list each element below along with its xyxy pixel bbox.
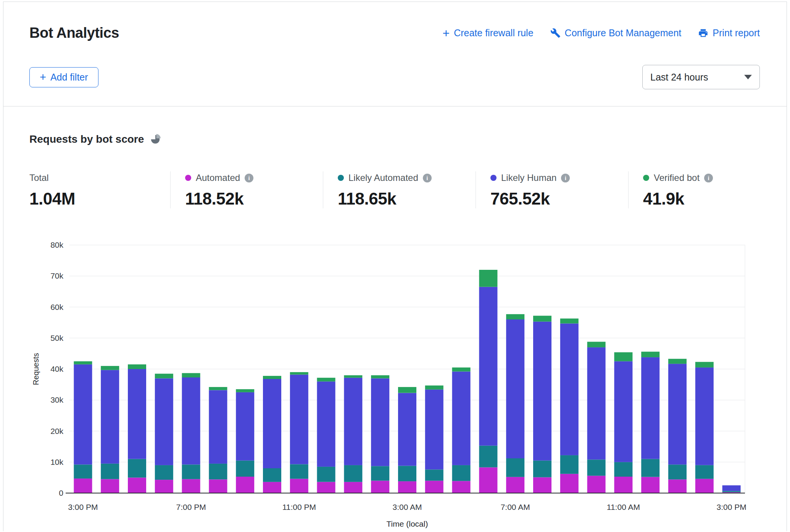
svg-text:0: 0 [59, 488, 63, 497]
info-icon[interactable] [423, 174, 432, 182]
configure-bot-management-link[interactable]: Configure Bot Management [550, 27, 682, 39]
info-icon[interactable] [704, 174, 713, 182]
stat-likely-human-value: 765.52k [490, 189, 628, 208]
likely-human-legend-dot [490, 175, 497, 181]
configure-bot-management-label: Configure Bot Management [565, 27, 682, 39]
stat-verified-bot-value: 41.9k [643, 189, 713, 208]
svg-text:80k: 80k [50, 240, 63, 249]
stat-likely-automated-label: Likely Automated [348, 172, 418, 183]
svg-text:7:00 AM: 7:00 AM [501, 503, 530, 511]
svg-text:50k: 50k [50, 334, 63, 342]
header-actions: Create firewall rule Configure Bot Manag… [442, 27, 760, 39]
stat-likely-automated: Likely Automated 118.65k [323, 171, 476, 208]
stat-likely-automated-value: 118.65k [338, 189, 476, 208]
info-icon[interactable] [561, 174, 570, 182]
section-title: Requests by bot score [29, 133, 144, 145]
svg-text:70k: 70k [50, 271, 63, 280]
svg-text:3:00 PM: 3:00 PM [68, 503, 98, 511]
stat-total: Total 1.04M [29, 171, 171, 208]
svg-text:Requests: Requests [32, 353, 40, 385]
svg-text:20k: 20k [50, 427, 63, 435]
svg-text:3:00 AM: 3:00 AM [392, 503, 422, 511]
print-report-label: Print report [713, 27, 760, 39]
stat-verified-bot-label: Verified bot [654, 172, 700, 183]
info-icon[interactable] [245, 174, 253, 182]
stats-row: Total 1.04M Automated 118.52k Likely Aut… [29, 171, 760, 208]
svg-text:3:00 PM: 3:00 PM [716, 503, 746, 511]
stat-total-label: Total [29, 172, 49, 183]
svg-text:40k: 40k [50, 364, 63, 373]
print-report-link[interactable]: Print report [698, 27, 760, 39]
svg-text:Time (local): Time (local) [387, 519, 428, 528]
time-range-value: Last 24 hours [650, 72, 708, 83]
bot-analytics-card: Bot Analytics Create firewall rule Confi… [3, 2, 787, 531]
stat-total-value: 1.04M [29, 189, 170, 208]
requests-by-bot-score-chart: 010k20k30k40k50k60k70k80k3:00 PM7:00 PM1… [29, 230, 760, 532]
header: Bot Analytics Create firewall rule Confi… [3, 2, 787, 106]
svg-text:11:00 PM: 11:00 PM [282, 503, 316, 511]
svg-text:7:00 PM: 7:00 PM [176, 503, 206, 511]
printer-icon [698, 28, 708, 38]
requests-by-bot-score-section: Requests by bot score Total 1.04M Automa… [3, 106, 787, 532]
add-filter-label: Add filter [50, 72, 88, 83]
plus-icon [442, 27, 450, 39]
time-range-select[interactable]: Last 24 hours [642, 65, 760, 89]
verified-bot-legend-dot [643, 175, 649, 181]
stat-likely-human: Likely Human 765.52k [476, 171, 629, 208]
automated-legend-dot [185, 175, 191, 181]
svg-text:10k: 10k [50, 458, 63, 466]
page-title: Bot Analytics [29, 25, 119, 41]
stat-automated-value: 118.52k [185, 189, 323, 208]
plus-icon [40, 72, 46, 83]
svg-text:30k: 30k [50, 395, 63, 404]
create-firewall-rule-label: Create firewall rule [454, 27, 533, 39]
svg-text:11:00 AM: 11:00 AM [607, 503, 640, 511]
stat-likely-human-label: Likely Human [501, 172, 556, 183]
add-filter-button[interactable]: Add filter [29, 67, 98, 87]
likely-automated-legend-dot [338, 175, 344, 181]
chevron-down-icon [744, 75, 752, 79]
svg-text:60k: 60k [50, 303, 63, 311]
wrench-icon [550, 28, 561, 38]
stat-automated: Automated 118.52k [171, 171, 323, 208]
create-firewall-rule-link[interactable]: Create firewall rule [442, 27, 533, 39]
stat-verified-bot: Verified bot 41.9k [629, 171, 713, 208]
stat-automated-label: Automated [196, 172, 240, 183]
pie-chart-icon [150, 134, 161, 145]
